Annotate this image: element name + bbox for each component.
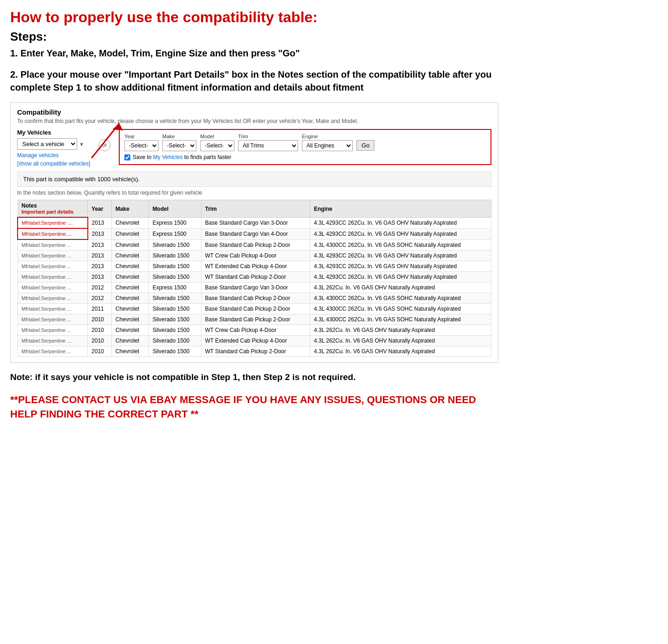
cell-trim: Base Standard Cargo Van 3-Door [201,282,310,293]
cell-trim: Base Standard Cab Pickup 2-Door [201,239,310,251]
table-row: Mfrlabel:Serpentine ... 2010 Chevrolet S… [18,325,491,336]
important-part-details-label: Important part details [22,209,84,215]
arrow-annotation [78,117,133,165]
quantity-note: In the notes section below, Quantity ref… [17,190,491,196]
cell-model: Silverado 1500 [148,314,201,325]
cell-make: Chevrolet [111,251,148,261]
make-field: Make -Select- [162,134,196,151]
table-header-row: Notes Important part details Year Make M… [18,200,491,218]
cell-notes: Mfrlabel:Serpentine .... [18,217,88,228]
cell-model: Silverado 1500 [148,261,201,272]
cell-notes: Mfrlabel:Serpentine ... [18,336,88,346]
cell-year: 2013 [88,261,112,272]
table-row: Mfrlabel:Serpentine ... 2010 Chevrolet S… [18,346,491,357]
cell-engine: 4.3L 4293CC 262Cu. In. V6 GAS OHV Natura… [310,217,491,228]
cell-year: 2011 [88,304,112,314]
trim-field: Trim All Trims [238,134,298,151]
compat-title: Compatibility [17,108,491,116]
cell-notes: Mfrlabel:Serpentine ... [18,261,88,272]
table-row: Mfrlabel:Serpentine ... 2011 Chevrolet S… [18,304,491,314]
table-row: Mfrlabel:Serpentine ... 2013 Chevrolet S… [18,251,491,261]
engine-label: Engine [302,134,353,139]
trim-label: Trim [238,134,298,139]
cell-trim: WT Crew Cab Pickup 4-Door [201,251,310,261]
cell-notes: Mfrlabel:Serpentine ... [18,282,88,293]
cell-engine: 4.3L 262Cu. In. V6 GAS OHV Naturally Asp… [310,282,491,293]
cell-make: Chevrolet [111,261,148,272]
table-row: Mfrlabel:Serpentine ... 2010 Chevrolet S… [18,336,491,346]
cell-model: Silverado 1500 [148,304,201,314]
cell-model: Silverado 1500 [148,251,201,261]
model-field: Model -Select- [200,134,234,151]
cell-year: 2010 [88,325,112,336]
cell-notes: Mfrlabel:Serpentine ... [18,251,88,261]
cell-year: 2013 [88,217,112,228]
steps-heading: Steps: [10,30,498,44]
trim-select[interactable]: All Trims [238,140,298,151]
cell-trim: Base Standard Cargo Van 4-Door [201,228,310,239]
table-row: Mfrlabel:Serpentine.... 2013 Chevrolet E… [18,228,491,239]
cell-trim: Base Standard Cab Pickup 2-Door [201,314,310,325]
table-row: Mfrlabel:Serpentine ... 2013 Chevrolet S… [18,272,491,282]
compat-count-bar: This part is compatible with 1000 vehicl… [17,172,491,187]
cell-trim: WT Standard Cab Pickup 2-Door [201,346,310,357]
cell-year: 2010 [88,336,112,346]
cell-notes: Mfrlabel:Serpentine ... [18,272,88,282]
cell-year: 2010 [88,346,112,357]
go-button[interactable]: Go [356,140,374,151]
cell-make: Chevrolet [111,325,148,336]
cell-engine: 4.3L 4300CC 262Cu. In. V6 GAS SOHC Natur… [310,239,491,251]
cell-engine: 4.3L 4293CC 262Cu. In. V6 GAS OHV Natura… [310,261,491,272]
step2-text: 2. Place your mouse over "Important Part… [10,68,498,94]
cell-notes: Mfrlabel:Serpentine ... [18,239,88,251]
col-header-year: Year [88,200,112,218]
col-header-model: Model [148,200,201,218]
table-row: Mfrlabel:Serpentine ... 2012 Chevrolet S… [18,293,491,304]
col-header-engine: Engine [310,200,491,218]
cell-engine: 4.3L 4300CC 262Cu. In. V6 GAS SOHC Natur… [310,304,491,314]
cell-make: Chevrolet [111,239,148,251]
cell-model: Silverado 1500 [148,293,201,304]
make-select[interactable]: -Select- [162,140,196,151]
cell-year: 2010 [88,314,112,325]
cell-trim: Base Standard Cab Pickup 2-Door [201,293,310,304]
cell-make: Chevrolet [111,293,148,304]
table-row: Mfrlabel:Serpentine ... 2013 Chevrolet S… [18,239,491,251]
cell-make: Chevrolet [111,228,148,239]
cell-make: Chevrolet [111,336,148,346]
cell-make: Chevrolet [111,217,148,228]
col-header-make: Make [111,200,148,218]
contact-note: **PLEASE CONTACT US VIA EBAY MESSAGE IF … [10,393,498,422]
cell-notes: Mfrlabel:Serpentine ... [18,314,88,325]
engine-field: Engine All Engines [302,134,353,151]
vehicle-select[interactable]: Select a vehicle [17,138,77,150]
cell-notes: Mfrlabel:Serpentine ... [18,346,88,357]
ymm-form-row: Year -Select- Make -Select- Model -Selec… [124,134,486,151]
model-label: Model [200,134,234,139]
table-row: Mfrlabel:Serpentine ... 2012 Chevrolet E… [18,282,491,293]
cell-trim: WT Extended Cab Pickup 4-Door [201,336,310,346]
engine-select[interactable]: All Engines [302,140,353,151]
cell-engine: 4.3L 4293CC 262Cu. In. V6 GAS OHV Natura… [310,228,491,239]
cell-notes: Mfrlabel:Serpentine ... [18,325,88,336]
cell-model: Silverado 1500 [148,239,201,251]
cell-model: Silverado 1500 [148,325,201,336]
cell-year: 2012 [88,282,112,293]
compatibility-widget: Compatibility To confirm that this part … [10,102,498,363]
cell-notes: Mfrlabel:Serpentine ... [18,304,88,314]
cell-year: 2013 [88,272,112,282]
table-row: Mfrlabel:Serpentine ... 2013 Chevrolet S… [18,261,491,272]
cell-trim: Base Standard Cab Pickup 2-Door [201,304,310,314]
cell-notes: Mfrlabel:Serpentine ... [18,293,88,304]
cell-engine: 4.3L 4300CC 262Cu. In. V6 GAS SOHC Natur… [310,314,491,325]
col-header-trim: Trim [201,200,310,218]
my-vehicles-link[interactable]: My Vehicles [153,154,183,160]
cell-notes: Mfrlabel:Serpentine.... [18,228,88,239]
main-title: How to properly use the compatibility ta… [10,8,498,26]
model-select[interactable]: -Select- [200,140,234,151]
cell-engine: 4.3L 262Cu. In. V6 GAS OHV Naturally Asp… [310,346,491,357]
col-header-notes: Notes Important part details [18,200,88,218]
cell-engine: 4.3L 4293CC 262Cu. In. V6 GAS OHV Natura… [310,251,491,261]
table-row: Mfrlabel:Serpentine .... 2013 Chevrolet … [18,217,491,228]
cell-make: Chevrolet [111,304,148,314]
